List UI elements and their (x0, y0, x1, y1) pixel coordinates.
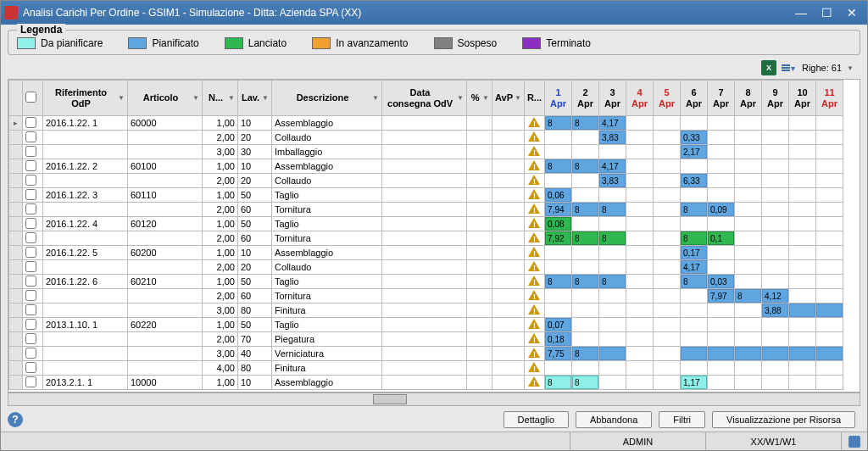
table-row[interactable]: 2013.1.10. 1602201,0050Taglio0,07 (9, 318, 843, 332)
row-selector[interactable] (9, 217, 23, 231)
sort-arrow-icon[interactable]: ▼ (262, 94, 269, 102)
gantt-cell[interactable] (762, 347, 789, 361)
close-button[interactable]: ✕ (840, 4, 864, 21)
col-avp[interactable]: AvP▼ (492, 81, 525, 116)
row-checkbox[interactable] (25, 175, 36, 186)
gantt-cell[interactable]: 0,1 (708, 231, 735, 246)
gantt-cell[interactable]: 8 (572, 347, 599, 361)
gantt-cell[interactable]: 3,88 (762, 303, 789, 318)
gantt-cell[interactable]: 7,94 (545, 203, 572, 217)
row-checkbox[interactable] (25, 131, 36, 142)
export-excel-icon[interactable]: X (761, 60, 776, 75)
table-row[interactable]: 2,0020Collaudo3,836,33 (9, 174, 843, 188)
row-checkbox[interactable] (25, 117, 36, 128)
table-row[interactable]: 2016.1.22. 6602101,0050Taglio88880,03 (9, 275, 843, 289)
row-checkbox[interactable] (25, 304, 36, 315)
sort-arrow-icon[interactable]: ▼ (372, 94, 379, 102)
select-all-checkbox[interactable] (25, 92, 36, 103)
gantt-cell[interactable]: 0,18 (545, 332, 572, 347)
row-checkbox[interactable] (25, 146, 36, 157)
col-day-1[interactable]: 1Apr (545, 81, 572, 116)
gantt-cell[interactable] (735, 347, 762, 361)
table-row[interactable]: 2,0060Tornitura7,9784,12 (9, 289, 843, 303)
col-articolo[interactable]: Articolo▼ (128, 81, 203, 116)
gantt-cell[interactable]: 8 (572, 116, 599, 131)
gantt-cell[interactable]: 7,92 (545, 231, 572, 246)
row-checkbox[interactable] (25, 362, 36, 373)
row-selector[interactable] (9, 203, 23, 217)
horizontal-scrollbar[interactable] (8, 393, 860, 406)
row-selector[interactable] (9, 145, 23, 159)
table-row[interactable]: ▸2016.1.22. 1600001,0010Assemblaggio884,… (9, 116, 843, 131)
filtri-button[interactable]: Filtri (659, 411, 705, 428)
gantt-cell[interactable]: 8 (572, 203, 599, 217)
gantt-cell[interactable] (816, 347, 843, 361)
gantt-cell[interactable]: 4,17 (599, 159, 626, 174)
gantt-cell[interactable]: 0,03 (708, 275, 735, 289)
row-selector[interactable] (9, 303, 23, 318)
gantt-cell[interactable] (789, 303, 816, 318)
row-checkbox[interactable] (25, 232, 36, 243)
gantt-cell[interactable]: 8 (735, 289, 762, 303)
col-day-11[interactable]: 11Apr (816, 81, 843, 116)
col-day-6[interactable]: 6Apr (681, 81, 708, 116)
row-checkbox[interactable] (25, 276, 36, 287)
row-selector[interactable] (9, 289, 23, 303)
col-day-4[interactable]: 4Apr (626, 81, 654, 116)
row-checkbox[interactable] (25, 376, 36, 387)
gantt-cell[interactable]: 6,33 (681, 174, 708, 188)
sort-arrow-icon[interactable]: ▼ (482, 94, 489, 102)
row-selector[interactable]: ▸ (9, 116, 23, 131)
row-selector[interactable] (9, 188, 23, 203)
gantt-cell[interactable]: 0,17 (681, 246, 708, 260)
gantt-cell[interactable]: 8 (572, 376, 599, 390)
row-checkbox[interactable] (25, 333, 36, 344)
table-row[interactable]: 2016.1.22. 2601001,0010Assemblaggio884,1… (9, 159, 843, 174)
gantt-cell[interactable]: 7,97 (708, 289, 735, 303)
row-checkbox[interactable] (25, 319, 36, 330)
row-selector[interactable] (9, 376, 23, 390)
col-day-7[interactable]: 7Apr (708, 81, 735, 116)
table-row[interactable]: 3,0040Verniciatura7,758 (9, 347, 843, 361)
gantt-cell[interactable] (816, 303, 843, 318)
gantt-cell[interactable] (708, 347, 735, 361)
gantt-cell[interactable] (599, 347, 626, 361)
row-checkbox[interactable] (25, 348, 36, 359)
row-selector[interactable] (9, 131, 23, 145)
table-row[interactable]: 2016.1.22. 4601201,0050Taglio0,08 (9, 217, 843, 231)
gantt-cell[interactable]: 3,83 (599, 131, 626, 145)
table-row[interactable]: 3,0080Finitura3,88 (9, 303, 843, 318)
gantt-cell[interactable]: 8 (545, 275, 572, 289)
table-row[interactable]: 2013.2.1. 1100001,0010Assemblaggio881,17 (9, 376, 843, 390)
row-checkbox[interactable] (25, 203, 36, 214)
gantt-cell[interactable]: 8 (572, 159, 599, 174)
row-selector[interactable] (9, 159, 23, 174)
gantt-cell[interactable]: 8 (545, 159, 572, 174)
row-selector[interactable] (9, 260, 23, 275)
row-selector[interactable] (9, 231, 23, 246)
sort-arrow-icon[interactable]: ▼ (192, 94, 199, 102)
gantt-cell[interactable]: 8 (545, 116, 572, 131)
table-row[interactable]: 2,0020Collaudo4,17 (9, 260, 843, 275)
row-checkbox[interactable] (25, 290, 36, 301)
data-grid[interactable]: RiferimentoOdP▼Articolo▼N...▼Lav.▼Descri… (8, 79, 860, 393)
table-row[interactable]: 2,0060Tornitura7,928880,1 (9, 231, 843, 246)
row-checkbox[interactable] (25, 189, 36, 200)
abbandona-button[interactable]: Abbandona (576, 411, 652, 428)
row-selector[interactable] (9, 318, 23, 332)
col-day-10[interactable]: 10Apr (789, 81, 816, 116)
checkbox-header[interactable] (23, 81, 43, 116)
col-n[interactable]: N...▼ (203, 81, 238, 116)
gantt-cell[interactable]: 4,17 (599, 116, 626, 131)
gantt-cell[interactable]: 4,12 (762, 289, 789, 303)
col-day-3[interactable]: 3Apr (599, 81, 626, 116)
gantt-cell[interactable] (681, 347, 708, 361)
col-day-9[interactable]: 9Apr (762, 81, 789, 116)
table-row[interactable]: 4,0080Finitura (9, 361, 843, 376)
gantt-cell[interactable]: 4,17 (681, 260, 708, 275)
col-lav[interactable]: Lav.▼ (238, 81, 272, 116)
gantt-cell[interactable]: 8 (599, 275, 626, 289)
gantt-cell[interactable]: 3,83 (599, 174, 626, 188)
sort-arrow-icon[interactable]: ▼ (457, 94, 464, 102)
gantt-cell[interactable]: 2,17 (681, 145, 708, 159)
